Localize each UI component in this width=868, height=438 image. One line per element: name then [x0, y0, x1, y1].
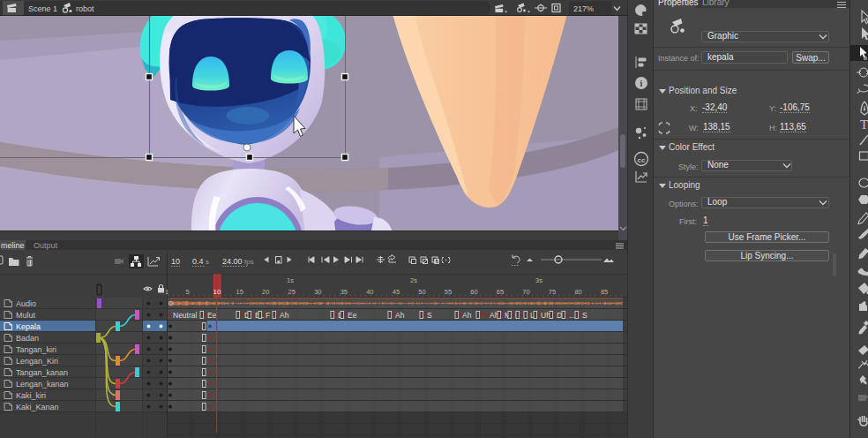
svg-text:65: 65 [497, 288, 504, 296]
svg-text:Ah: Ah [395, 311, 405, 320]
svg-text:i: i [640, 79, 643, 88]
svg-text:Tangan_kanan: Tangan_kanan [16, 368, 68, 377]
svg-text:Output: Output [34, 241, 58, 250]
svg-text:Lengan_Kiri: Lengan_Kiri [16, 357, 58, 366]
svg-text:Kaki_kiri: Kaki_kiri [16, 391, 46, 400]
svg-text:F: F [266, 311, 270, 320]
svg-text:...: ... [569, 311, 575, 320]
svg-text:Tangan_kiri: Tangan_kiri [16, 345, 56, 354]
svg-text:Lengan_kanan: Lengan_kanan [16, 380, 69, 389]
svg-text:Scene 1: Scene 1 [28, 4, 57, 13]
svg-text:meline: meline [1, 241, 25, 250]
svg-text:1s: 1s [287, 276, 294, 284]
svg-text:Audio: Audio [16, 299, 36, 308]
svg-text:robot: robot [76, 4, 94, 13]
svg-text:10: 10 [213, 288, 221, 296]
svg-text:Uh: Uh [541, 311, 550, 320]
svg-text:2s: 2s [410, 276, 417, 284]
svg-text:85: 85 [601, 288, 608, 296]
svg-text:60: 60 [470, 288, 477, 296]
svg-text:80: 80 [574, 288, 581, 296]
svg-text:Ee: Ee [207, 311, 217, 320]
svg-text:S: S [582, 311, 587, 320]
svg-text:217%: 217% [573, 4, 594, 13]
svg-text:70: 70 [522, 288, 529, 296]
svg-text:Badan: Badan [16, 334, 39, 343]
svg-text:S: S [427, 311, 432, 320]
svg-text:Kaki_Kanan: Kaki_Kanan [16, 403, 59, 412]
svg-text:10: 10 [171, 257, 180, 266]
svg-text:40: 40 [366, 288, 373, 296]
svg-text:3s: 3s [535, 276, 542, 284]
svg-text:Ah: Ah [280, 311, 289, 320]
svg-text:45: 45 [393, 288, 400, 296]
svg-text:Neutral: Neutral [173, 311, 198, 320]
svg-text:0.4 s: 0.4 s [192, 257, 209, 266]
svg-text:20: 20 [262, 288, 269, 296]
svg-text:D: D [557, 311, 562, 320]
svg-text:75: 75 [549, 288, 556, 296]
svg-text:24.00 fps: 24.00 fps [222, 257, 254, 266]
svg-text:50: 50 [418, 288, 425, 296]
svg-text:35: 35 [340, 288, 348, 296]
svg-text:Ee: Ee [348, 311, 357, 320]
svg-text:55: 55 [445, 288, 452, 296]
svg-text:25: 25 [288, 288, 296, 296]
svg-text:30: 30 [314, 288, 321, 296]
svg-text:15: 15 [236, 288, 243, 296]
svg-text:Kepala: Kepala [16, 322, 41, 331]
svg-text:Mulut: Mulut [16, 311, 36, 320]
svg-text:cc: cc [638, 156, 646, 164]
svg-text:Ah: Ah [462, 311, 472, 320]
svg-text:T: T [860, 117, 868, 132]
